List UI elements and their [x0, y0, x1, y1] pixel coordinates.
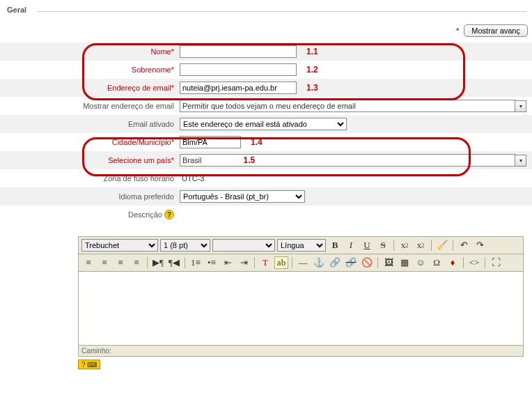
rtl-icon[interactable]: ¶◀	[167, 256, 181, 269]
anchor-icon[interactable]: ⚓	[312, 256, 326, 269]
image-icon[interactable]: 🖼	[382, 256, 396, 269]
label-email-ativado: Email ativado	[0, 120, 180, 128]
label-cidade: Cidade/Município*	[0, 138, 180, 146]
label-mostrar-email: Mostrar endereço de email	[0, 102, 180, 110]
unlink-icon[interactable]: 🔗	[344, 256, 358, 269]
table-icon[interactable]: ▦	[398, 256, 412, 269]
underline-icon[interactable]: U	[360, 239, 374, 252]
annot-1-1: 1.1	[306, 47, 318, 56]
editor-pathbar: Caminho:	[78, 346, 524, 357]
search-icon[interactable]: ♦	[446, 256, 460, 269]
superscript-icon[interactable]: x2	[414, 239, 428, 252]
clean-icon[interactable]: 🧹	[435, 239, 449, 252]
nolink-icon[interactable]: 🚫	[360, 256, 374, 269]
align-left-icon[interactable]: ≡	[81, 256, 95, 269]
align-center-icon[interactable]: ≡	[97, 256, 111, 269]
list-bullet-icon[interactable]: •≡	[205, 256, 219, 269]
select-font[interactable]: Trebuchet	[81, 239, 158, 252]
indent-icon[interactable]: ⇥	[237, 256, 251, 269]
select-mostrar-email-box[interactable]: Permitir que todos vejam o meu endereço …	[180, 100, 515, 112]
label-idioma: Idioma preferido	[0, 192, 180, 201]
select-email-ativado[interactable]: Este endereço de email está ativado	[180, 118, 347, 130]
outdent-icon[interactable]: ⇤	[221, 256, 235, 269]
select-heading[interactable]	[212, 239, 275, 252]
select-idioma[interactable]: Português - Brasil (pt_br)	[180, 190, 305, 203]
input-nome[interactable]	[180, 45, 297, 58]
select-pais-value: Brasil	[182, 156, 202, 164]
rich-text-editor: Trebuchet 1 (8 pt) Língua B I U S x2 x2 …	[78, 236, 524, 357]
fullscreen-icon[interactable]: ⛶	[489, 256, 503, 269]
select-lang[interactable]: Língua	[277, 239, 326, 252]
annot-1-2: 1.2	[306, 65, 318, 75]
input-sobrenome[interactable]	[180, 63, 297, 76]
select-size[interactable]: 1 (8 pt)	[160, 239, 210, 252]
undo-icon[interactable]: ↶	[457, 239, 471, 252]
label-descricao: Descrição ?	[0, 210, 180, 219]
editor-textarea[interactable]	[78, 272, 524, 346]
editor-toolbar-1: Trebuchet 1 (8 pt) Língua B I U S x2 x2 …	[78, 236, 524, 254]
list-ordered-icon[interactable]: 1≡	[189, 256, 203, 269]
required-marker: *	[456, 26, 459, 35]
chevron-down-icon[interactable]: ▾	[515, 155, 526, 167]
link-icon[interactable]: 🔗	[328, 256, 342, 269]
source-icon[interactable]: <>	[467, 256, 481, 269]
emoji-icon[interactable]: ☺	[414, 256, 428, 269]
editor-toolbar-2: ≡ ≡ ≡ ≡ ▶¶ ¶◀ 1≡ •≡ ⇤ ⇥ T ab — ⚓ 🔗 🔗 🚫 🖼…	[78, 254, 524, 272]
ltr-icon[interactable]: ▶¶	[151, 256, 165, 269]
top-right-bar: * Mostrar avanç	[0, 15, 532, 43]
annot-1-4: 1.4	[251, 137, 263, 147]
chevron-down-icon[interactable]: ▾	[515, 100, 526, 112]
annot-1-5: 1.5	[244, 155, 256, 165]
bold-icon[interactable]: B	[328, 239, 342, 252]
char-icon[interactable]: Ω	[430, 256, 444, 269]
value-fuso: UTC-3	[180, 174, 204, 183]
align-right-icon[interactable]: ≡	[114, 256, 127, 269]
label-sobrenome: Sobrenome*	[0, 66, 180, 74]
keyboard-icon[interactable]: ? ⌨	[78, 360, 100, 369]
italic-icon[interactable]: I	[344, 239, 358, 252]
subscript-icon[interactable]: x2	[398, 239, 412, 252]
legend-divider	[38, 11, 526, 12]
select-mostrar-email-value: Permitir que todos vejam o meu endereço …	[182, 102, 356, 110]
help-icon[interactable]: ?	[164, 210, 174, 219]
align-justify-icon[interactable]: ≡	[130, 256, 143, 269]
annot-1-3: 1.3	[306, 83, 318, 93]
input-email[interactable]	[180, 82, 297, 94]
label-fuso: Zona de fuso horário	[0, 174, 180, 183]
bgcolor-icon[interactable]: ab	[274, 256, 288, 269]
hr-icon[interactable]: —	[296, 256, 310, 269]
label-nome: Nome*	[0, 47, 180, 56]
select-pais-box[interactable]: Brasil 1.5	[180, 154, 515, 167]
mostrar-avancado-button[interactable]: Mostrar avanç	[464, 24, 528, 37]
label-email: Endereço de email*	[0, 84, 180, 92]
strike-icon[interactable]: S	[376, 239, 390, 252]
input-cidade[interactable]	[180, 136, 241, 148]
textcolor-icon[interactable]: T	[258, 256, 272, 269]
label-pais: Selecione um país*	[0, 156, 180, 164]
redo-icon[interactable]: ↷	[473, 239, 487, 252]
